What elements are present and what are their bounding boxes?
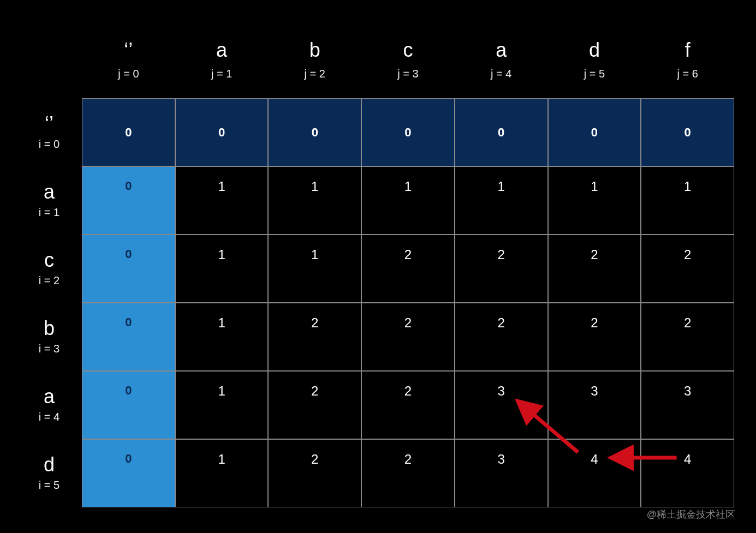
row-char: ‘’	[45, 114, 53, 134]
cell-4-5: 3	[548, 371, 641, 439]
cell-0-5: 0	[548, 98, 641, 166]
col-char: f	[685, 40, 690, 60]
row-index: i = 0	[39, 138, 59, 151]
row-char: b	[44, 319, 55, 338]
cell-0-6: 0	[641, 98, 734, 166]
cell-1-6: 1	[641, 166, 734, 235]
row-header-2: ci = 2	[16, 235, 82, 303]
dp-table-container: ‘’j = 0aj = 1bj = 2cj = 3aj = 4dj = 5fj …	[16, 38, 734, 507]
row-index: i = 1	[39, 206, 59, 219]
col-char: a	[216, 40, 227, 60]
col-index: j = 0	[118, 68, 139, 80]
cell-0-4: 0	[455, 98, 548, 166]
cell-5-4: 3	[455, 439, 548, 507]
cell-3-1: 1	[175, 303, 269, 371]
row-char: a	[44, 387, 55, 406]
col-index: j = 2	[305, 68, 325, 80]
cell-4-4: 3	[455, 371, 548, 439]
cell-1-2: 1	[268, 166, 361, 235]
cell-0-0: 0	[82, 98, 175, 166]
cell-5-6: 4	[641, 439, 734, 507]
col-header-3: cj = 3	[361, 38, 455, 98]
row-char: a	[44, 182, 55, 202]
cell-5-5: 4	[548, 439, 641, 507]
cell-0-3: 0	[361, 98, 455, 166]
cell-3-4: 2	[455, 303, 548, 371]
cell-5-3: 2	[361, 439, 455, 507]
col-index: j = 5	[584, 68, 605, 80]
col-header-2: bj = 2	[268, 38, 361, 98]
cell-5-2: 2	[268, 439, 361, 507]
cell-2-3: 2	[361, 235, 455, 303]
cell-1-5: 1	[548, 166, 641, 235]
cell-3-2: 2	[268, 303, 361, 371]
col-char: d	[589, 40, 600, 60]
cell-1-1: 1	[175, 166, 269, 235]
col-index: j = 4	[491, 68, 511, 80]
row-header-1: ai = 1	[16, 166, 82, 235]
cell-2-4: 2	[455, 235, 548, 303]
cell-4-2: 2	[268, 371, 361, 439]
col-index: j = 1	[211, 68, 232, 80]
cell-0-1: 0	[175, 98, 269, 166]
col-header-5: dj = 5	[548, 38, 641, 98]
col-header-0: ‘’j = 0	[82, 38, 175, 98]
cell-1-3: 1	[361, 166, 455, 235]
row-index: i = 4	[39, 411, 59, 423]
cell-3-6: 2	[641, 303, 734, 371]
cell-3-5: 2	[548, 303, 641, 371]
cell-3-0: 0	[82, 303, 175, 371]
cell-5-1: 1	[175, 439, 269, 507]
col-index: j = 6	[677, 68, 698, 80]
col-char: c	[403, 40, 413, 60]
cell-3-3: 2	[361, 303, 455, 371]
row-index: i = 3	[39, 343, 59, 355]
row-index: i = 2	[39, 274, 59, 287]
col-header-4: aj = 4	[455, 38, 548, 98]
cell-2-2: 1	[268, 235, 361, 303]
cell-4-3: 2	[361, 371, 455, 439]
col-header-6: fj = 6	[641, 38, 734, 98]
cell-1-0: 0	[82, 166, 175, 235]
cell-2-5: 2	[548, 235, 641, 303]
row-index: i = 5	[39, 479, 59, 492]
corner-empty	[16, 38, 82, 98]
row-header-3: bi = 3	[16, 303, 82, 371]
cell-4-0: 0	[82, 371, 175, 439]
cell-5-0: 0	[82, 439, 175, 507]
col-char: ‘’	[124, 40, 133, 60]
row-header-5: di = 5	[16, 439, 82, 507]
watermark: @稀土掘金技术社区	[647, 508, 735, 521]
cell-1-4: 1	[455, 166, 548, 235]
col-char: b	[309, 40, 320, 60]
cell-0-2: 0	[268, 98, 361, 166]
row-char: c	[44, 250, 54, 270]
col-header-1: aj = 1	[175, 38, 269, 98]
dp-grid: ‘’j = 0aj = 1bj = 2cj = 3aj = 4dj = 5fj …	[16, 38, 734, 507]
row-header-4: ai = 4	[16, 371, 82, 439]
cell-2-0: 0	[82, 235, 175, 303]
row-char: d	[44, 455, 55, 475]
col-char: a	[496, 40, 507, 60]
row-header-0: ‘’i = 0	[16, 98, 82, 166]
cell-4-6: 3	[641, 371, 734, 439]
cell-2-1: 1	[175, 235, 269, 303]
col-index: j = 3	[397, 68, 418, 80]
cell-2-6: 2	[641, 235, 734, 303]
cell-4-1: 1	[175, 371, 269, 439]
